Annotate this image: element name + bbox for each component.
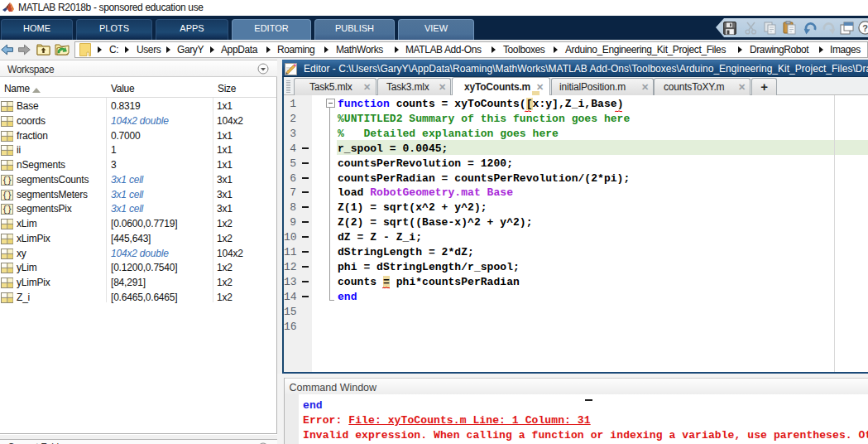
svg-text:{}: {} <box>2 176 12 186</box>
svg-text:?: ? <box>862 23 868 33</box>
svg-text:{}: {} <box>2 191 12 200</box>
svg-text:{}: {} <box>2 205 12 215</box>
